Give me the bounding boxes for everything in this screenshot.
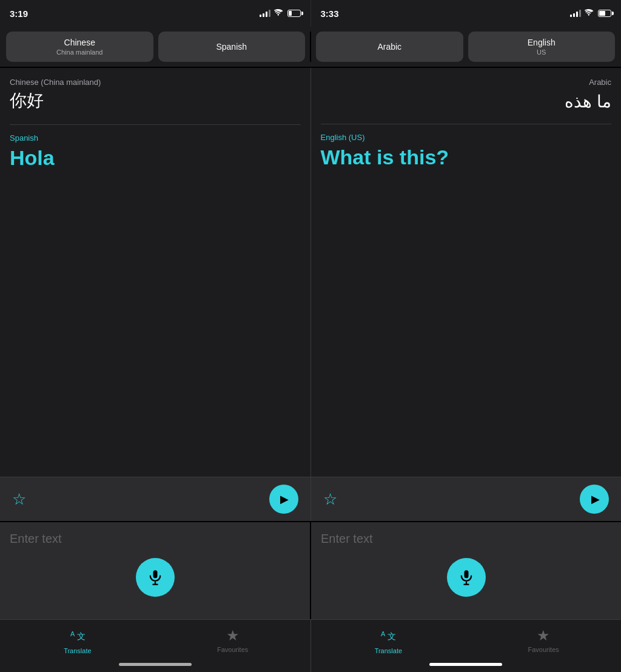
signal-icon-left xyxy=(260,10,270,17)
language-selector-row: Chinese China mainland Spanish Arabic En… xyxy=(0,27,621,68)
home-indicator-left xyxy=(0,658,310,672)
bottom-nav: A 文 Translate ★ Favourites A 文 Translate… xyxy=(0,619,621,658)
right-favourite-button[interactable]: ☆ xyxy=(323,490,337,509)
lang-selector-left: Chinese China mainland Spanish xyxy=(6,32,305,62)
left-enter-text[interactable]: Enter text xyxy=(10,532,300,546)
battery-icon-right xyxy=(598,10,611,17)
time-left: 3:19 xyxy=(10,8,28,19)
right-enter-text[interactable]: Enter text xyxy=(321,532,611,546)
left-original-text: 你好 xyxy=(10,89,301,112)
status-icons-right xyxy=(570,9,611,18)
star-icon-left-nav: ★ xyxy=(226,627,240,644)
center-divider-lang xyxy=(310,32,311,62)
right-nav-favourites[interactable]: ★ Favourites xyxy=(466,620,621,658)
right-play-button[interactable]: ▶ xyxy=(580,485,609,514)
wifi-icon-right xyxy=(585,9,594,18)
time-right: 3:33 xyxy=(321,8,339,19)
signal-icon-right xyxy=(570,10,581,17)
svg-rect-1 xyxy=(464,570,468,578)
star-icon-right-nav: ★ xyxy=(537,627,550,644)
left-action-bar: ☆ ▶ xyxy=(0,477,310,521)
right-nav-favourites-label: Favourites xyxy=(528,646,559,653)
right-divider xyxy=(321,124,612,124)
right-translation-lang-label: English (US) xyxy=(321,133,612,142)
left-translation-text: Hola xyxy=(10,146,301,170)
input-area: Enter text Enter text xyxy=(0,521,621,619)
left-favourite-button[interactable]: ☆ xyxy=(12,490,26,509)
left-nav-translate[interactable]: A 文 Translate xyxy=(0,620,155,658)
status-bar-right: 3:33 xyxy=(310,0,622,27)
main-area: Chinese (China mainland) 你好 Spanish Hola… xyxy=(0,68,621,521)
right-translation-area: Arabic ما هذه English (US) What is this? xyxy=(311,68,622,477)
left-original-lang-label: Chinese (China mainland) xyxy=(10,78,301,87)
svg-text:A: A xyxy=(70,630,75,637)
status-icons-left xyxy=(260,9,301,18)
play-icon-left: ▶ xyxy=(280,492,289,506)
svg-text:A: A xyxy=(381,630,386,637)
right-nav: A 文 Translate ★ Favourites xyxy=(310,620,622,658)
left-translation-area: Chinese (China mainland) 你好 Spanish Hola xyxy=(0,68,310,477)
left-translation-lang-label: Spanish xyxy=(10,133,301,143)
right-nav-translate-label: Translate xyxy=(375,647,402,654)
right-input-panel: Enter text xyxy=(311,522,621,619)
lang-btn-spanish[interactable]: Spanish xyxy=(158,32,306,62)
svg-text:文: 文 xyxy=(77,631,86,641)
left-nav-favourites[interactable]: ★ Favourites xyxy=(155,620,310,658)
svg-text:文: 文 xyxy=(388,631,396,641)
left-input-panel: Enter text xyxy=(0,522,310,619)
left-mic-button[interactable] xyxy=(136,558,175,597)
battery-icon-left xyxy=(287,10,301,17)
play-icon-right: ▶ xyxy=(591,492,600,506)
translate-icon-left: A 文 xyxy=(70,626,86,645)
left-nav: A 文 Translate ★ Favourites xyxy=(0,620,310,658)
right-action-bar: ☆ ▶ xyxy=(311,477,622,521)
home-indicator-right xyxy=(310,658,622,672)
lang-selector-right: Arabic English US xyxy=(316,32,615,62)
right-nav-translate[interactable]: A 文 Translate xyxy=(311,620,466,658)
translate-icon-right: A 文 xyxy=(380,626,396,645)
lang-btn-english[interactable]: English US xyxy=(468,32,616,62)
home-bar-left xyxy=(119,663,192,666)
left-nav-favourites-label: Favourites xyxy=(217,646,248,653)
left-play-button[interactable]: ▶ xyxy=(269,485,298,514)
status-bar-left: 3:19 xyxy=(0,0,310,27)
wifi-icon-left xyxy=(274,9,284,18)
right-panel: Arabic ما هذه English (US) What is this?… xyxy=(310,68,622,521)
right-mic-button[interactable] xyxy=(447,558,486,597)
home-indicators xyxy=(0,658,621,672)
right-original-text: ما هذه xyxy=(321,92,612,112)
left-nav-translate-label: Translate xyxy=(64,647,91,654)
left-panel: Chinese (China mainland) 你好 Spanish Hola… xyxy=(0,68,310,521)
lang-btn-arabic[interactable]: Arabic xyxy=(316,32,463,62)
svg-rect-0 xyxy=(153,570,157,578)
lang-btn-chinese[interactable]: Chinese China mainland xyxy=(6,32,153,62)
status-bars: 3:19 3:33 xyxy=(0,0,621,27)
right-original-lang-label: Arabic xyxy=(589,78,611,87)
right-translation-text: What is this? xyxy=(321,146,612,169)
left-divider xyxy=(10,124,301,125)
home-bar-right xyxy=(429,663,502,666)
